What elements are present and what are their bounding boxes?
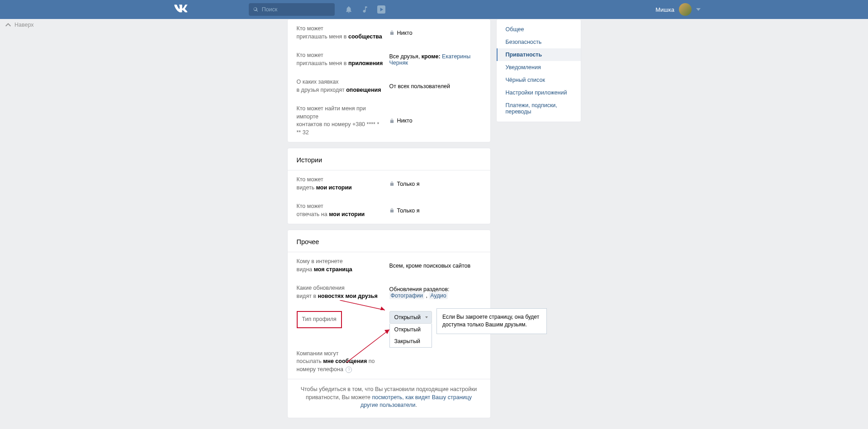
profile-type-dropdown[interactable]: Открытый Открытый Закрытый Если Вы закро… [389,311,432,324]
setting-label: Кто может приглашать меня в приложения [297,52,389,67]
search-box[interactable] [249,3,335,16]
setting-value: Никто [389,105,481,137]
panel-stories: Истории Кто может видеть мои истории Тол… [287,148,491,224]
nav-item-6[interactable]: Платежи, подписки, переводы [497,99,581,118]
annotation-highlight-box: Тип профиля [297,311,342,328]
row-profile-type: Тип профиля Открытый Открытый Закрытый Е… [297,306,481,334]
setting-label: Кто может найти меня при импорте контакт… [297,105,389,137]
dropdown-option-closed[interactable]: Закрытый [390,335,432,347]
setting-value: Всем, кроме поисковых сайтов [389,258,481,273]
setting-value: Все друзья, кроме: Екатерины Черняк [389,52,481,67]
panel-other: Прочее Кому в интернете видна моя страни… [287,230,491,418]
tag-photos[interactable]: Фотографии [389,292,424,299]
setting-value: Открытый Открытый Закрытый Если Вы закро… [389,311,481,324]
row-company-messages[interactable]: Компании могут посылать мне сообщения по… [297,334,481,379]
nav-item-2[interactable]: Приватность [497,48,581,61]
vk-logo[interactable] [174,4,188,15]
lock-icon [389,118,394,123]
setting-label-profile-type: Тип профиля [297,311,389,328]
dropdown-list: Открытый Закрытый [389,324,432,348]
setting-value: Только я [389,176,481,192]
video-icon[interactable] [377,5,385,14]
setting-label: Кому в интернете видна моя страница [297,258,389,273]
search-input[interactable] [262,6,330,13]
help-icon[interactable]: ? [346,367,352,373]
dropdown-button[interactable]: Открытый [389,311,432,324]
tag-audio[interactable]: Аудио [429,292,447,299]
chevron-down-icon [696,7,701,12]
section-title-other: Прочее [288,230,490,252]
avatar [679,3,692,16]
lock-icon [389,208,394,213]
nav-item-4[interactable]: Чёрный список [497,74,581,86]
profile-type-tooltip: Если Вы закроете страницу, она будет дос… [436,308,547,334]
setting-label: Какие обновления видят в новостях мои др… [297,284,389,300]
nav-item-0[interactable]: Общее [497,23,581,36]
nav-item-1[interactable]: Безопасность [497,36,581,48]
panel-invites: Кто может приглашать меня в сообщества Н… [287,19,491,142]
username: Мишка [655,6,674,13]
setting-label: Кто может видеть мои истории [297,176,389,192]
row-news-updates[interactable]: Какие обновления видят в новостях мои др… [297,279,481,306]
row-invite-apps[interactable]: Кто может приглашать меня в приложения В… [297,46,481,73]
section-title-stories: Истории [288,148,490,170]
setting-value: Только я [389,203,481,218]
row-invite-communities[interactable]: Кто может приглашать меня в сообщества Н… [297,19,481,46]
settings-nav: ОбщееБезопасностьПриватностьУведомленияЧ… [496,19,581,122]
setting-value [389,350,481,374]
music-icon[interactable] [361,5,369,14]
setting-label: Кто может отвечать на мои истории [297,203,389,218]
row-friend-requests[interactable]: О каких заявках в друзья приходят оповещ… [297,73,481,99]
setting-value: Обновления разделов: Фотографии , Аудио [389,284,481,300]
row-reply-stories[interactable]: Кто может отвечать на мои истории Только… [297,197,481,224]
back-to-top-label: Наверх [14,22,34,28]
user-menu[interactable]: Мишка [655,3,701,16]
row-find-by-phone[interactable]: Кто может найти меня при импорте контакт… [297,99,481,142]
setting-value: От всех пользователей [389,78,481,94]
search-icon [253,7,258,12]
setting-label: Компании могут посылать мне сообщения по… [297,350,389,374]
top-header: Мишка [0,0,868,19]
dropdown-option-open[interactable]: Открытый [390,324,432,335]
header-icons [345,5,385,14]
setting-label: Кто может приглашать меня в сообщества [297,25,389,41]
lock-icon [389,181,394,186]
back-to-top[interactable]: Наверх [5,22,34,28]
nav-item-5[interactable]: Настройки приложений [497,86,581,99]
privacy-footer: Чтобы убедиться в том, что Вы установили… [288,379,490,418]
row-page-visibility[interactable]: Кому в интернете видна моя страница Всем… [297,252,481,279]
nav-item-3[interactable]: Уведомления [497,61,581,74]
lock-icon [389,30,394,35]
bell-icon[interactable] [345,5,353,14]
row-see-stories[interactable]: Кто может видеть мои истории Только я [297,170,481,197]
setting-label: О каких заявках в друзья приходят оповещ… [297,78,389,94]
preview-profile-link[interactable]: посмотреть, как видят Вашу страницу друг… [360,394,472,409]
setting-value: Никто [389,25,481,41]
